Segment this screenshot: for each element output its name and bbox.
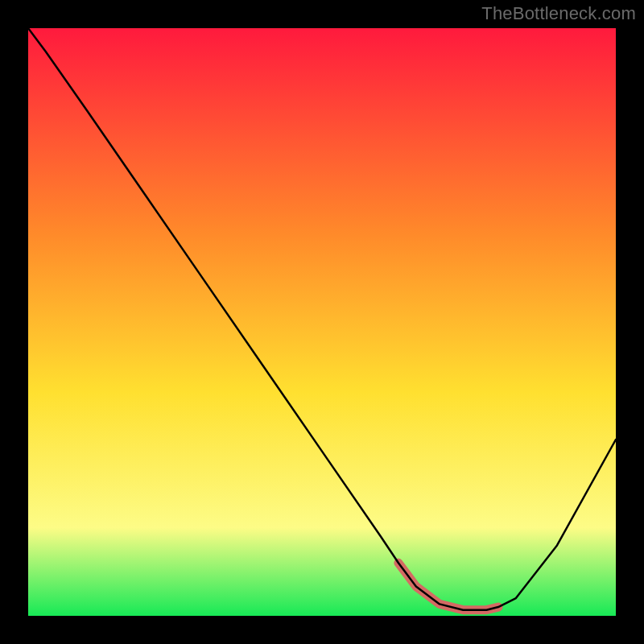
gradient-background	[28, 28, 616, 616]
plot-area	[28, 28, 616, 616]
bottleneck-chart	[28, 28, 616, 616]
attribution-label: TheBottleneck.com	[481, 3, 636, 24]
chart-frame: TheBottleneck.com	[0, 0, 644, 644]
